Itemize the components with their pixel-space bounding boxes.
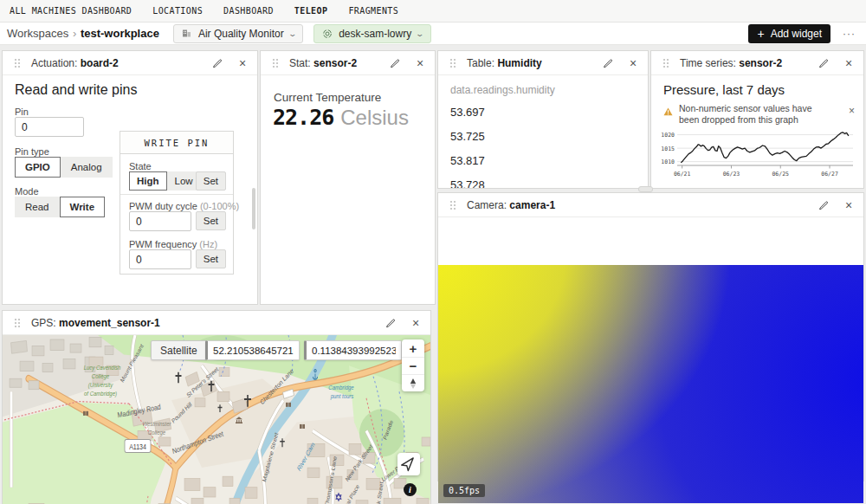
- widget-header: Table: Humidity ×: [438, 51, 648, 75]
- drag-handle-icon[interactable]: [447, 199, 459, 211]
- drag-handle-icon[interactable]: [11, 57, 23, 69]
- close-icon[interactable]: ×: [843, 57, 855, 69]
- stat-body: Current Temperature 22.26 Celsius: [261, 75, 435, 304]
- satellite-toggle-button[interactable]: Satellite: [151, 340, 207, 360]
- drag-handle-icon[interactable]: [11, 317, 23, 329]
- machine-selector[interactable]: desk-sam-lowry ⌄: [313, 24, 431, 43]
- pwm-duty-input[interactable]: [129, 211, 191, 231]
- pwm-duty-set-button[interactable]: Set: [196, 211, 226, 230]
- stat-value: 22.26: [273, 105, 333, 130]
- nav-locations[interactable]: LOCATIONS: [152, 6, 203, 16]
- widget-header: Camera: camera-1 ×: [438, 193, 863, 217]
- nav-fragments[interactable]: FRAGMENTS: [348, 6, 398, 16]
- pwm-frequency-input[interactable]: [129, 249, 191, 269]
- svg-text:1020: 1020: [661, 132, 675, 139]
- map-label: (University: [88, 382, 113, 390]
- svg-text:A1134: A1134: [129, 443, 146, 451]
- drag-handle-icon[interactable]: [660, 57, 672, 69]
- organization-icon: [181, 28, 193, 40]
- edit-icon[interactable]: [818, 199, 830, 211]
- breadcrumb-current: test-workplace: [81, 27, 159, 40]
- table-row: 53.697: [450, 100, 636, 124]
- edit-icon[interactable]: [602, 57, 614, 69]
- widget-title: Stat: sensor-2: [289, 57, 357, 69]
- close-icon[interactable]: ×: [414, 57, 426, 69]
- widget-resize-handle[interactable]: [638, 186, 653, 192]
- pwm-frequency-set-button[interactable]: Set: [196, 249, 226, 268]
- drag-handle-icon[interactable]: [269, 57, 281, 69]
- widget-title: GPS: movement_sensor-1: [31, 317, 160, 329]
- map-label: Cambridge: [328, 384, 353, 391]
- warning-icon: [663, 104, 673, 126]
- fps-badge: 0.5fps: [443, 484, 485, 497]
- write-pin-panel: WRITE PIN State High Low Set PWM duty cy…: [120, 131, 234, 275]
- edit-icon[interactable]: [385, 317, 397, 329]
- state-high-button[interactable]: High: [129, 171, 167, 191]
- sub-header: Workspaces › test-workplace Air Quality …: [0, 23, 866, 45]
- plus-icon: +: [757, 28, 764, 40]
- mode-write-button[interactable]: Write: [60, 197, 106, 217]
- breadcrumb: Workspaces › test-workplace: [7, 27, 159, 40]
- state-set-button[interactable]: Set: [196, 171, 226, 191]
- location-selector[interactable]: Air Quality Monitor ⌄: [173, 24, 303, 43]
- machine-icon: [321, 28, 333, 40]
- close-icon[interactable]: ×: [236, 57, 249, 69]
- breadcrumb-root[interactable]: Workspaces: [7, 27, 68, 40]
- widget-header: Stat: sensor-2 ×: [261, 51, 435, 75]
- map-container[interactable]: A1134 Madingley RoadWestminsterCollegeNo…: [3, 335, 430, 504]
- mode-read-button[interactable]: Read: [15, 197, 60, 217]
- compass-button[interactable]: [402, 374, 424, 391]
- camera-stream-image: 0.5fps: [438, 265, 863, 503]
- scrollbar-thumb[interactable]: [252, 188, 255, 229]
- widget-title: Camera: camera-1: [467, 199, 555, 211]
- latitude-input[interactable]: [205, 340, 300, 360]
- zoom-in-button[interactable]: +: [402, 339, 424, 357]
- divider: [120, 194, 233, 195]
- location-selector-label: Air Quality Monitor: [198, 28, 284, 40]
- drag-handle-icon[interactable]: [447, 57, 459, 69]
- warning-dismiss-icon[interactable]: ×: [849, 105, 855, 117]
- svg-text:06/23: 06/23: [723, 171, 740, 178]
- zoom-out-button[interactable]: −: [402, 357, 424, 374]
- widget-header: Time series: sensor-2 ×: [651, 51, 863, 75]
- pin-type-analog-button[interactable]: Analog: [61, 157, 113, 178]
- pwm-frequency-label: PWM frequency (Hz): [129, 239, 217, 249]
- actuation-body: Read and write pins Pin Pin type GPIO An…: [3, 75, 257, 304]
- edit-icon[interactable]: [211, 57, 223, 69]
- camera-body: 0.5fps: [438, 217, 863, 481]
- widget-header: Actuation: board-2 ×: [3, 51, 257, 75]
- pin-type-gpio-button[interactable]: GPIO: [15, 157, 61, 178]
- map-label: College: [92, 373, 110, 381]
- edit-icon[interactable]: [389, 57, 401, 69]
- map-label: College: [148, 430, 166, 437]
- pin-input[interactable]: [15, 117, 84, 137]
- longitude-input[interactable]: [304, 340, 402, 360]
- pin-label: Pin: [15, 107, 29, 117]
- chevron-down-icon: ⌄: [288, 29, 297, 38]
- teleop-canvas: Actuation: board-2 × Read and write pins…: [0, 45, 866, 504]
- close-icon[interactable]: ×: [627, 57, 639, 69]
- close-icon[interactable]: ×: [410, 317, 422, 329]
- table-row: 53.728: [450, 172, 636, 188]
- map-label: Lucy Cavendish: [84, 365, 121, 372]
- widget-stat: Stat: sensor-2 × Current Temperature 22.…: [260, 50, 436, 305]
- table-column-header: data.readings.humidity: [450, 84, 636, 96]
- map-zoom-control: + −: [402, 339, 424, 391]
- warning-text: Non-numeric sensor values have been drop…: [679, 103, 831, 126]
- widget-gps: GPS: movement_sensor-1 ×: [2, 310, 431, 504]
- map-label: of Cambridge): [84, 391, 117, 398]
- widget-table: Table: Humidity × data.readings.humidity…: [437, 50, 649, 189]
- write-pin-title: WRITE PIN: [120, 132, 233, 154]
- edit-icon[interactable]: [818, 57, 830, 69]
- widget-header: GPS: movement_sensor-1 ×: [3, 311, 430, 335]
- warning-banner: Non-numeric sensor values have been drop…: [663, 103, 839, 126]
- locate-button[interactable]: [397, 453, 420, 475]
- more-menu-button[interactable]: ···: [839, 28, 859, 40]
- nav-dashboard[interactable]: DASHBOARD: [223, 6, 274, 16]
- info-icon[interactable]: i: [404, 483, 417, 496]
- add-widget-button[interactable]: + Add widget: [748, 24, 830, 43]
- nav-teleop[interactable]: TELEOP: [294, 6, 328, 16]
- close-icon[interactable]: ×: [843, 199, 855, 211]
- pwm-duty-label: PWM duty cycle (0-100%): [129, 201, 239, 211]
- nav-all-machines-dashboard[interactable]: ALL MACHINES DASHBOARD: [10, 6, 132, 16]
